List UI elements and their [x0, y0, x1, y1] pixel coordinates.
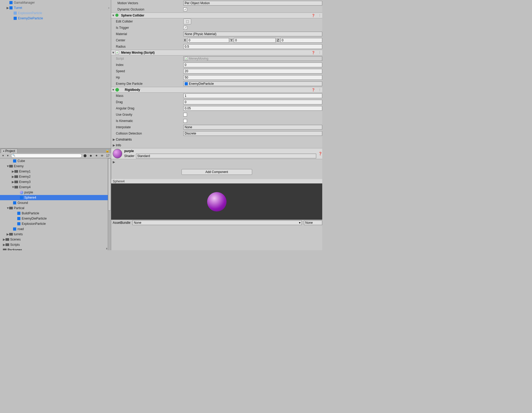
project-scrollbar-thumb[interactable]: [108, 158, 111, 211]
project-item[interactable]: Ground: [0, 200, 111, 205]
shader-label: Shader: [124, 154, 134, 158]
project-item-label: Cube: [18, 159, 111, 163]
constraints-foldout[interactable]: ▶Constraints: [111, 137, 322, 142]
folder-icon: [14, 175, 18, 179]
center-z-input[interactable]: [280, 38, 322, 43]
expand-arrow-icon[interactable]: ▼: [12, 185, 14, 189]
help-icon[interactable]: ❓: [310, 51, 316, 54]
preview-viewport[interactable]: [111, 184, 322, 220]
expand-arrow-icon[interactable]: ▼: [6, 164, 9, 168]
component-menu-icon[interactable]: ⋮: [317, 51, 322, 54]
project-item[interactable]: ▶Enemy2: [0, 174, 111, 179]
is-trigger-checkbox[interactable]: [183, 26, 187, 30]
interpolate-dropdown[interactable]: None: [183, 125, 322, 130]
sphere-collider-header[interactable]: ▼ Sphere Collider ❓ ⋮: [111, 13, 322, 18]
expand-arrow-icon[interactable]: ▶: [6, 6, 9, 10]
component-menu-icon[interactable]: ⋮: [317, 88, 322, 92]
meney-moving-header[interactable]: ▼ # Meney Moving (Script) ❓ ⋮: [111, 50, 322, 55]
component-menu-icon[interactable]: ⋮: [317, 14, 322, 17]
lock-icon[interactable]: 🔒: [105, 149, 111, 153]
collider-material-field[interactable]: None (Physic Material): [183, 32, 322, 36]
hierarchy-item[interactable]: GamaManager: [0, 0, 111, 5]
create-dropdown[interactable]: ▾: [1, 153, 6, 158]
mass-label: Mass: [113, 94, 183, 98]
expand-arrow-icon[interactable]: ▼: [6, 206, 9, 210]
project-item[interactable]: Cube: [0, 158, 111, 164]
project-item[interactable]: ▼Enemy4: [0, 185, 111, 190]
preview-sphere: [207, 192, 227, 211]
hierarchy-item-label: GamaManager: [14, 1, 111, 4]
use-gravity-label: Use Gravity: [113, 113, 183, 116]
expand-arrow-icon[interactable]: ▶: [12, 170, 14, 173]
hierarchy-item[interactable]: ExplosionParticle: [0, 10, 111, 16]
enemy-die-particle-field[interactable]: EnemyDieParticle: [183, 81, 322, 86]
assetbundle-variant-dropdown[interactable]: None: [304, 220, 322, 225]
expand-arrow-icon[interactable]: ▶: [12, 175, 14, 178]
filter-by-type-icon[interactable]: ⬤: [82, 153, 88, 158]
hidden-packages-icon[interactable]: 👁: [100, 153, 105, 158]
add-component-button[interactable]: Add Component: [182, 169, 252, 175]
center-y-input[interactable]: [234, 38, 276, 43]
expand-arrow-icon[interactable]: ▶: [3, 243, 5, 247]
project-item-label: Enemy2: [19, 175, 111, 178]
hierarchy-panel: GamaManager▶Turret›ExplosionParticleEnem…: [0, 0, 111, 148]
edit-collider-label: Edit Collider: [113, 20, 183, 23]
project-item[interactable]: Packages: [0, 247, 111, 250]
project-item[interactable]: ▶Scripts: [0, 242, 111, 247]
preview-header[interactable]: Sphere4: [111, 179, 322, 184]
project-scrollbar[interactable]: [108, 158, 111, 250]
expand-arrow-icon[interactable]: ▶: [12, 180, 14, 184]
is-kinematic-checkbox[interactable]: [183, 119, 187, 123]
script-field: # MeneyMoving: [183, 56, 322, 61]
prefab-icon: [17, 222, 21, 226]
project-item[interactable]: road: [0, 226, 111, 232]
expand-arrow-icon[interactable]: ▶: [6, 232, 9, 236]
project-item[interactable]: ▶turrets: [0, 232, 111, 237]
hierarchy-item[interactable]: ▶Turret›: [0, 5, 111, 10]
help-icon[interactable]: ❓: [310, 14, 316, 17]
hp-input[interactable]: [183, 75, 322, 80]
edit-collider-button[interactable]: ⬚: [183, 19, 191, 24]
info-foldout[interactable]: ▶Info: [111, 142, 322, 148]
collision-detection-dropdown[interactable]: Discrete: [183, 131, 322, 136]
angular-drag-input[interactable]: [183, 106, 322, 111]
index-input[interactable]: [183, 63, 322, 67]
project-item[interactable]: ▶Scenes: [0, 237, 111, 242]
expand-arrow-icon[interactable]: ▶: [3, 238, 5, 241]
radius-input[interactable]: [183, 44, 322, 49]
mass-input[interactable]: [183, 93, 322, 98]
project-item[interactable]: BuildParticle: [0, 211, 111, 216]
shader-dropdown[interactable]: Standard: [136, 154, 316, 158]
help-icon[interactable]: ❓: [318, 152, 322, 155]
filter-by-label-icon[interactable]: ◆: [88, 153, 93, 158]
hidden-count: 17: [105, 154, 110, 158]
project-item[interactable]: ▶Enemy1: [0, 169, 111, 174]
rigidbody-header[interactable]: ▼ Rigidbody ❓ ⋮: [111, 87, 322, 93]
project-item-label: Ground: [18, 201, 111, 205]
motion-vectors-dropdown[interactable]: Per Object Motion: [183, 1, 322, 5]
help-icon[interactable]: ❓: [310, 88, 316, 92]
hierarchy-item[interactable]: EnemyDieParticle: [0, 16, 111, 21]
project-search-input[interactable]: [11, 154, 82, 158]
chevron-right-icon[interactable]: ›: [108, 6, 111, 10]
project-item[interactable]: ▼Enemy: [0, 164, 111, 169]
project-icon-size-slider[interactable]: [106, 248, 107, 249]
project-item[interactable]: ▶Enemy3: [0, 179, 111, 185]
project-item[interactable]: ▼Partical: [0, 205, 111, 211]
project-tab[interactable]: ▪ Project: [1, 149, 18, 153]
assetbundle-name-dropdown[interactable]: None▾: [132, 220, 302, 225]
project-item-label: turrets: [14, 232, 111, 236]
dynamic-occlusion-checkbox[interactable]: [183, 8, 187, 11]
create-dropdown-2[interactable]: ▾: [5, 153, 10, 158]
material-foldout[interactable]: ▶: [111, 159, 322, 165]
project-item[interactable]: ExplosionParticle: [0, 221, 111, 226]
rigidbody-icon: [115, 88, 119, 92]
save-search-icon[interactable]: ★: [94, 153, 99, 158]
project-item[interactable]: purple: [0, 190, 111, 195]
project-item[interactable]: Sphere4: [0, 195, 111, 200]
center-x-input[interactable]: [187, 38, 229, 43]
drag-input[interactable]: [183, 100, 322, 104]
project-item[interactable]: EnemyDieParticle: [0, 216, 111, 221]
speed-input[interactable]: [183, 69, 322, 74]
use-gravity-checkbox[interactable]: [183, 113, 187, 116]
